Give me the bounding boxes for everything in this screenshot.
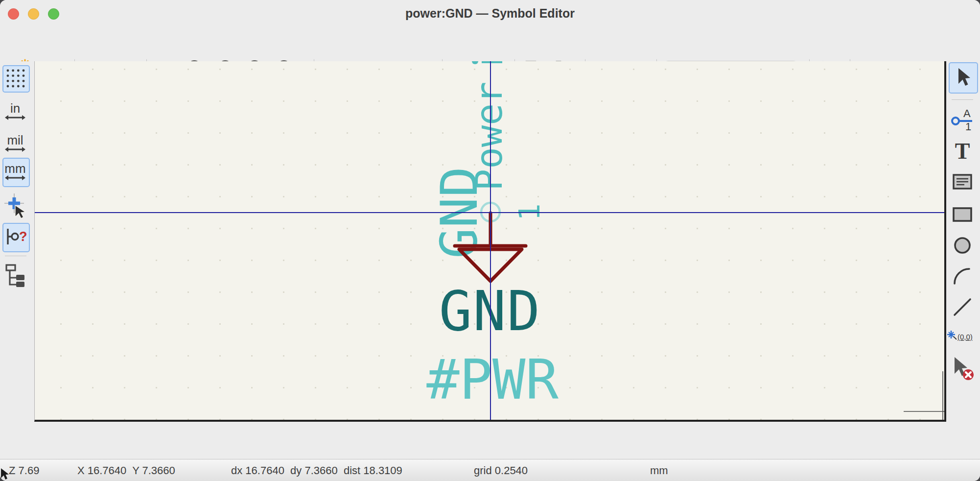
grid-toggle-button[interactable] [3, 66, 27, 90]
right-toolbar-separator [952, 99, 973, 100]
pin-a-glyph: A [963, 107, 971, 120]
double-arrow-icon [4, 115, 26, 120]
units-inches-button[interactable]: in [3, 99, 27, 123]
status-units: mm [650, 459, 668, 481]
textbox-tool-button[interactable] [951, 170, 974, 193]
crosshair-vertical [490, 61, 491, 420]
crosshair-cursor-button[interactable] [3, 192, 27, 220]
status-grid: grid 0.2540 [474, 459, 528, 481]
anchor-label: (0,0) [957, 333, 973, 341]
crosshair-horizontal [35, 212, 944, 213]
editor-canvas[interactable]: Power GND 1 GND #PWR [34, 61, 946, 422]
status-zoom: Z 7.69 [9, 459, 39, 481]
units-mil-label: mil [7, 134, 23, 146]
double-arrow-icon [4, 175, 26, 181]
status-delta: dx 16.7640 dy 7.3660 dist 18.3109 [231, 459, 402, 481]
move-anchor-tool-button[interactable]: (0,0) [947, 330, 979, 343]
arc-tool-button[interactable] [951, 264, 974, 288]
rectangle-tool-button[interactable] [951, 202, 974, 226]
circle-tool-button[interactable] [951, 234, 974, 257]
show-pin-electrical-types-button[interactable]: ? [3, 225, 27, 248]
units-in-label: in [10, 102, 20, 115]
pin-tool-button[interactable]: A1 [951, 107, 974, 131]
double-arrow-icon [4, 146, 26, 152]
left-toolbar: in mil mm ? [0, 61, 34, 420]
titlebar: power:GND — Symbol Editor [0, 0, 980, 27]
status-bar: Z 7.69 X 16.7640 Y 7.3660 dx 16.7640 dy … [0, 459, 980, 481]
line-tool-button[interactable] [951, 295, 974, 319]
sheet-margin-lines [904, 371, 944, 420]
pin-1-glyph: 1 [965, 120, 971, 131]
main-toolbar [0, 27, 980, 61]
units-mils-button[interactable]: mil [3, 131, 27, 155]
left-toolbar-separator [5, 256, 26, 256]
select-tool-button[interactable] [951, 65, 974, 89]
symbol-editor-window: power:GND — Symbol Editor [0, 0, 980, 481]
right-toolbar: A1 T (0,0) [946, 61, 980, 420]
question-glyph: ? [19, 229, 27, 244]
delete-tool-button[interactable] [951, 355, 976, 383]
units-mm-label: mm [4, 162, 25, 175]
mouse-cursor [0, 468, 10, 481]
units-mm-button[interactable]: mm [3, 160, 27, 183]
text-tool-button[interactable]: T [951, 139, 974, 162]
gnd-symbol-graphics[interactable] [35, 61, 944, 420]
library-tree-button[interactable] [3, 263, 27, 289]
text-t-glyph: T [955, 139, 970, 162]
window-title: power:GND — Symbol Editor [0, 0, 980, 27]
status-cursor: X 16.7640 Y 7.3660 [77, 459, 175, 481]
